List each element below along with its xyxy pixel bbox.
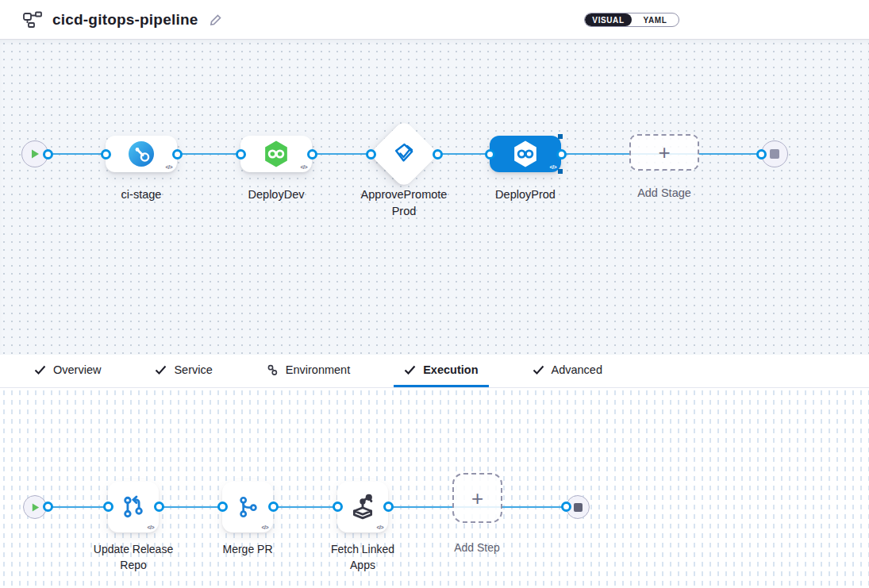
- step-label: Merge PR: [200, 541, 295, 557]
- connector-dot[interactable]: [43, 149, 53, 159]
- connector-dot[interactable]: [217, 502, 228, 512]
- ci-stage-icon: [127, 140, 156, 168]
- tab-execution[interactable]: Execution: [394, 355, 488, 387]
- connector-dot[interactable]: [307, 149, 317, 159]
- connector-dot[interactable]: [43, 502, 53, 512]
- code-toggle-icon[interactable]: </>: [549, 164, 556, 170]
- stage-label: DeployDev: [229, 186, 324, 203]
- stage-label: DeployProd: [478, 186, 573, 203]
- step-label: Update Release Repo: [82, 541, 185, 574]
- tab-overview[interactable]: Overview: [24, 355, 111, 387]
- step-update-release-repo[interactable]: </>: [108, 482, 159, 532]
- code-toggle-icon[interactable]: </>: [300, 164, 307, 170]
- edit-pencil-icon[interactable]: [209, 13, 223, 27]
- connector-dot[interactable]: [556, 149, 567, 159]
- toggle-visual[interactable]: VISUAL: [585, 13, 632, 26]
- tab-environment[interactable]: Environment: [256, 355, 360, 387]
- tab-label: Overview: [53, 363, 101, 376]
- connector-dot[interactable]: [154, 502, 164, 512]
- stop-icon: [770, 149, 779, 159]
- connector-dot[interactable]: [101, 149, 111, 159]
- cd-stage-icon: [263, 140, 290, 168]
- selection-handle[interactable]: [558, 134, 563, 139]
- add-step-label[interactable]: Add Step: [429, 540, 525, 555]
- add-step-button[interactable]: +: [452, 473, 502, 523]
- pipeline-icon: [22, 11, 43, 29]
- connector-dot[interactable]: [561, 502, 571, 512]
- plus-icon: +: [471, 488, 483, 509]
- connector-dot[interactable]: [485, 149, 495, 159]
- fetch-linked-apps-icon: [349, 494, 376, 521]
- step-fetch-linked-apps[interactable]: </>: [337, 482, 388, 532]
- connector-dot[interactable]: [268, 502, 279, 512]
- check-icon: [155, 365, 167, 375]
- code-toggle-icon[interactable]: </>: [147, 525, 154, 530]
- page-title: cicd-gitops-pipeline: [52, 11, 198, 29]
- selection-handle[interactable]: [558, 169, 563, 174]
- tab-label: Execution: [423, 363, 478, 376]
- stage-label: ci-stage: [94, 186, 189, 203]
- connector-dot[interactable]: [333, 502, 343, 512]
- code-toggle-icon[interactable]: </>: [261, 525, 268, 530]
- visual-yaml-toggle: VISUAL YAML: [584, 13, 679, 27]
- connector-dot[interactable]: [383, 502, 394, 512]
- connector-dot[interactable]: [236, 149, 246, 159]
- connector-dot[interactable]: [433, 149, 443, 159]
- connector-dot[interactable]: [172, 149, 183, 159]
- connector-dot[interactable]: [366, 149, 376, 159]
- connector-dot[interactable]: [756, 149, 767, 159]
- code-toggle-icon[interactable]: </>: [376, 525, 383, 530]
- stage-label: ApprovePromoteProd: [360, 186, 448, 220]
- tab-service[interactable]: Service: [144, 355, 222, 387]
- stage-deployprod[interactable]: </>: [490, 136, 561, 172]
- tab-advanced[interactable]: Advanced: [522, 355, 613, 387]
- stop-icon: [574, 503, 583, 512]
- tab-label: Service: [174, 363, 212, 376]
- tab-label: Advanced: [552, 363, 603, 376]
- check-icon: [533, 365, 544, 375]
- execution-canvas[interactable]: </> </> </> + Update Re: [0, 388, 869, 588]
- code-toggle-icon[interactable]: </>: [165, 164, 172, 170]
- stage-deploydev[interactable]: </>: [240, 136, 312, 172]
- add-stage-button[interactable]: +: [629, 134, 699, 171]
- play-icon: [29, 148, 40, 159]
- merge-pr-icon: [235, 494, 260, 520]
- stage-approvepromoteprod[interactable]: [369, 119, 439, 189]
- tab-label: Environment: [286, 363, 350, 376]
- cd-stage-icon: [512, 140, 539, 168]
- connector-dot[interactable]: [103, 502, 113, 512]
- stage-config-tabs: Overview Service Environment Execution A…: [0, 355, 869, 388]
- header: cicd-gitops-pipeline VISUAL YAML: [0, 0, 869, 40]
- plus-icon: +: [658, 142, 670, 163]
- play-icon: [30, 502, 40, 513]
- environment-icon: [267, 364, 279, 376]
- step-label: Fetch Linked Apps: [323, 541, 402, 574]
- step-merge-pr[interactable]: </>: [222, 482, 273, 532]
- check-icon: [404, 365, 416, 375]
- update-release-repo-icon: [120, 494, 147, 521]
- stage-canvas[interactable]: </> </> </> +: [0, 40, 869, 355]
- approval-stage-icon: [390, 140, 417, 167]
- stage-ci-stage[interactable]: </>: [106, 136, 177, 172]
- check-icon: [34, 365, 46, 375]
- add-stage-label[interactable]: Add Stage: [617, 185, 712, 202]
- toggle-yaml[interactable]: YAML: [632, 13, 679, 26]
